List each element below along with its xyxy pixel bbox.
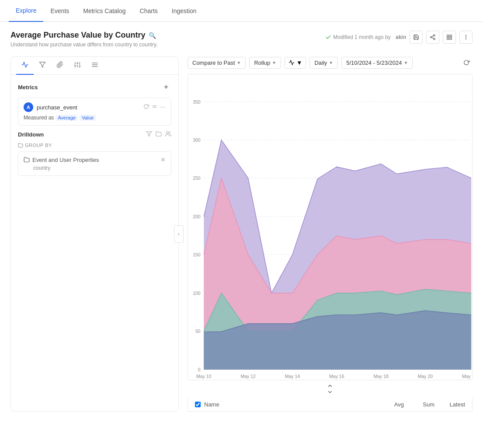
more-icon [463, 34, 469, 40]
save-button[interactable] [410, 31, 423, 44]
drilldown-header: Drilldown [18, 131, 171, 138]
svg-point-11 [466, 39, 466, 39]
x-label-may16: May 16 [329, 374, 344, 379]
daily-button[interactable]: Daily ▼ [309, 57, 338, 69]
y-label-350: 350 [193, 99, 201, 105]
y-label-250: 250 [193, 175, 201, 181]
drilldown-icons [146, 131, 171, 138]
grid-button[interactable] [443, 31, 456, 44]
table-col-sum: Sum [404, 401, 434, 408]
refresh-button[interactable] [460, 56, 473, 69]
drilldown-filter-icon[interactable] [146, 131, 152, 138]
header-actions: Modified 1 month ago by akin [325, 31, 473, 44]
tab-filter[interactable] [34, 57, 51, 75]
metrics-icon [21, 61, 28, 68]
expand-collapse-area [188, 380, 473, 398]
refresh-metric-icon[interactable] [143, 104, 149, 111]
x-label-may22: May 22 [462, 374, 472, 379]
expand-collapse-button[interactable] [327, 383, 333, 395]
compare-chevron-icon: ▼ [237, 60, 241, 65]
event-user-properties[interactable]: Event and User Properties [32, 157, 99, 163]
filter-icon [39, 61, 46, 68]
folder-icon [24, 157, 30, 163]
group-by-left: Event and User Properties [24, 157, 99, 163]
table-col-latest: Latest [434, 401, 465, 408]
tab-attachment[interactable] [51, 57, 69, 75]
metric-sub: Measured as Average Value [24, 115, 166, 121]
more-button[interactable] [459, 31, 473, 44]
group-by-label: GROUP BY [18, 143, 171, 148]
attachment-icon [56, 61, 63, 68]
add-metric-button[interactable]: + [161, 82, 171, 92]
tab-sliders[interactable] [69, 57, 86, 75]
date-range-button[interactable]: 5/10/2024 - 5/23/2024 ▼ [341, 57, 413, 69]
drilldown-folder-icon[interactable] [156, 131, 162, 138]
nav-explore[interactable]: Explore [9, 0, 43, 22]
group-by-card: Event and User Properties ✕ country [18, 151, 171, 176]
page-title: Average Purchase Value by Country 🔍 [10, 31, 157, 40]
tab-settings[interactable] [86, 57, 104, 75]
metrics-title: Metrics [18, 84, 38, 91]
date-range-chevron-icon: ▼ [403, 60, 408, 65]
navigation: Explore Events Metrics Catalog Charts In… [0, 0, 483, 22]
area-chart-icon [288, 60, 295, 66]
title-block: Average Purchase Value by Country 🔍 Unde… [10, 31, 157, 48]
chevron-up-icon [327, 383, 333, 389]
drilldown-section: Drilldown [18, 131, 171, 176]
title-text: Average Purchase Value by Country [10, 31, 145, 40]
content-layout: Metrics + A purchase_event [10, 56, 473, 412]
y-label-50: 50 [195, 329, 201, 334]
value-chip[interactable]: Value [80, 115, 96, 121]
nav-metrics-catalog[interactable]: Metrics Catalog [76, 0, 132, 22]
chevron-down-icon [327, 389, 333, 395]
rollup-chevron-icon: ▼ [272, 60, 276, 65]
group-by-text: GROUP BY [25, 143, 52, 148]
y-label-300: 300 [193, 137, 201, 143]
page-subtitle: Understand how purchase value differs fr… [10, 42, 157, 48]
chart-type-button[interactable]: ▼ [285, 57, 306, 69]
chart-type-chevron-icon: ▼ [296, 60, 302, 66]
daily-chevron-icon: ▼ [329, 60, 333, 65]
metric-row: A purchase_event ⋯ [24, 102, 166, 112]
share-button[interactable] [426, 31, 439, 44]
metric-icons: ⋯ [143, 104, 166, 111]
more-metric-icon[interactable]: ⋯ [160, 104, 166, 111]
settings-icon [91, 61, 98, 68]
nav-events[interactable]: Events [43, 0, 76, 22]
area-chart: 0 50 100 150 200 250 300 350 [188, 74, 472, 380]
table-select-all-checkbox[interactable] [195, 402, 201, 407]
y-label-0: 0 [198, 367, 201, 372]
drilldown-users-icon[interactable] [165, 131, 171, 138]
x-label-may10: May 10 [196, 374, 212, 379]
drilldown-title: Drilldown [18, 131, 44, 138]
search-icon[interactable]: 🔍 [149, 32, 156, 39]
average-chip[interactable]: Average [56, 115, 78, 121]
equal-metric-icon[interactable] [152, 104, 157, 111]
sidebar: Metrics + A purchase_event [10, 56, 179, 412]
chart-toolbar: Compare to Past ▼ Rollup ▼ ▼ Daily ▼ 5/1… [188, 56, 473, 69]
metric-badge: A [24, 102, 33, 112]
table-toolbar: Name Avg Sum Latest [188, 398, 473, 412]
svg-point-10 [466, 37, 466, 37]
group-by-icon [18, 143, 23, 148]
collapse-sidebar-button[interactable]: ‹ [174, 225, 184, 243]
page-header: Average Purchase Value by Country 🔍 Unde… [10, 31, 473, 48]
modified-text: Modified 1 month ago by akin [325, 34, 406, 40]
refresh-icon [463, 60, 469, 66]
rollup-button[interactable]: Rollup ▼ [249, 57, 281, 69]
tab-metrics[interactable] [16, 57, 34, 75]
table-col-avg: Avg [373, 401, 404, 408]
measured-as-label: Measured as [24, 115, 54, 121]
compare-to-past-button[interactable]: Compare to Past ▼ [188, 57, 246, 69]
x-label-may18: May 18 [373, 374, 389, 379]
close-group-by-button[interactable]: ✕ [160, 156, 166, 163]
chart-container: 0 50 100 150 200 250 300 350 [188, 74, 473, 380]
svg-point-9 [466, 35, 466, 35]
group-by-row: Event and User Properties ✕ [24, 156, 166, 163]
metric-left: A purchase_event [24, 102, 77, 112]
nav-charts[interactable]: Charts [133, 0, 165, 22]
metric-card: A purchase_event ⋯ [18, 98, 171, 126]
nav-ingestion[interactable]: Ingestion [165, 0, 204, 22]
share-icon [430, 34, 436, 40]
save-icon [413, 34, 419, 40]
